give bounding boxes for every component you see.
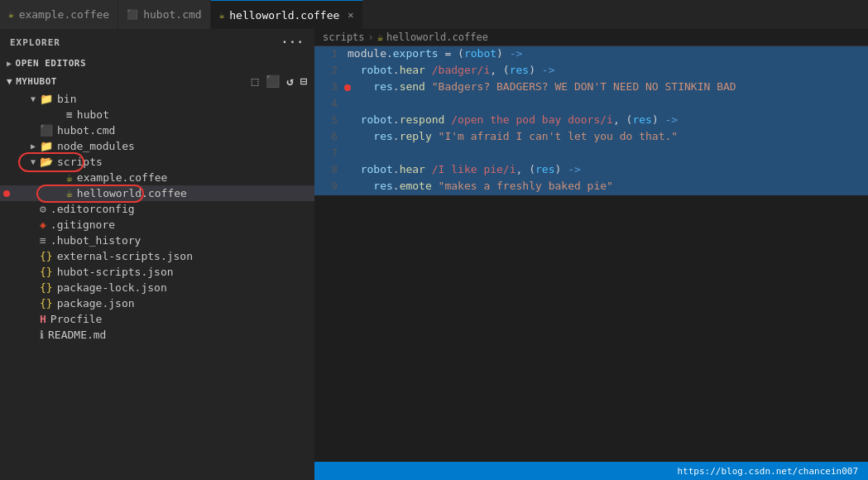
code-editor[interactable]: 1 module.exports = (robot) -> 2 robot.he… [314, 46, 868, 462]
line-number: 5 [314, 113, 348, 129]
code-line-4: 4 [314, 96, 868, 113]
tree-item-helloworld-coffee[interactable]: ☕ helloworld.coffee [0, 185, 314, 201]
main-area: EXPLORER ··· ▶ OPEN EDITORS ▼ MYHUBOT ⬚ … [0, 29, 868, 480]
line-number: 7 [314, 146, 348, 162]
breadcrumb-separator: › [368, 31, 374, 43]
tree-item-label: hubot.cmd [57, 124, 115, 137]
info-icon: ℹ [40, 329, 44, 341]
tree-item-label: scripts [57, 156, 103, 168]
more-actions-icon[interactable]: ··· [281, 36, 305, 49]
json-icon: {} [40, 297, 53, 310]
line-content: robot.hear /badger/i, (res) -> [348, 63, 868, 79]
coffee-icon: ☕ [66, 171, 73, 184]
code-line-7: 7 [314, 146, 868, 162]
tab-example-coffee[interactable]: ☕ example.coffee [0, 0, 118, 29]
tab-bar: ☕ example.coffee ⬛ hubot.cmd ☕ helloworl… [0, 0, 868, 29]
sidebar-header-actions: ··· [281, 36, 305, 49]
line-number: 2 [314, 63, 348, 79]
breadcrumb-scripts[interactable]: scripts [323, 31, 365, 43]
tree-item-example-coffee[interactable]: ☕ example.coffee [0, 170, 314, 185]
coffee-icon: ☕ [66, 187, 73, 199]
breadcrumb-file[interactable]: helloworld.coffee [386, 31, 488, 43]
tree-item-hubot-cmd[interactable]: ⬛ hubot.cmd [0, 122, 314, 138]
sidebar: EXPLORER ··· ▶ OPEN EDITORS ▼ MYHUBOT ⬚ … [0, 29, 314, 480]
tree-item-label: hubot-scripts.json [57, 266, 174, 278]
line-number: 4 [314, 96, 348, 113]
code-line-1: 1 module.exports = (robot) -> [314, 46, 868, 63]
code-line-3: 3 res.send "Badgers? BADGERS? WE DON'T N… [314, 79, 868, 96]
tree-item-label: package.json [57, 297, 135, 310]
explorer-title: EXPLORER [10, 37, 60, 48]
new-folder-icon[interactable]: ⬛ [266, 74, 281, 88]
tree-item-label: .hubot_history [50, 234, 141, 247]
procfile-icon: H [40, 313, 46, 325]
tree-item-label: README.md [48, 329, 106, 341]
tree-item-editorconfig[interactable]: ⚙ .editorconfig [0, 201, 314, 217]
file-icon: ≡ [40, 234, 46, 247]
line-number: 8 [314, 162, 348, 179]
tree-item-gitignore[interactable]: ◈ .gitignore [0, 217, 314, 233]
breadcrumb: scripts › ☕ helloworld.coffee [314, 29, 868, 46]
folder-icon: 📁 [40, 93, 53, 105]
tab-label: example.coffee [19, 8, 110, 21]
tree-item-hubot-history[interactable]: ≡ .hubot_history [0, 233, 314, 248]
coffee-icon: ☕ [8, 9, 14, 20]
line-content: robot.respond /open the pod bay doors/i,… [348, 113, 868, 129]
code-line-2: 2 robot.hear /badger/i, (res) -> [314, 63, 868, 79]
code-line-5: 5 robot.respond /open the pod bay doors/… [314, 113, 868, 129]
code-line-8: 8 robot.hear /I like pie/i, (res) -> [314, 162, 868, 179]
open-editors-label: OPEN EDITORS [16, 58, 86, 69]
line-content: module.exports = (robot) -> [348, 46, 868, 63]
tree-item-hubot-scripts[interactable]: {} hubot-scripts.json [0, 264, 314, 280]
json-icon: {} [40, 266, 53, 278]
sidebar-header: EXPLORER ··· [0, 29, 314, 55]
line-number: 3 [314, 79, 348, 96]
tab-close-button[interactable]: ✕ [348, 9, 353, 21]
refresh-icon[interactable]: ↺ [286, 74, 294, 88]
tree-item-label: external-scripts.json [57, 250, 193, 262]
status-bar: https://blog.csdn.net/chancein007 [314, 462, 868, 480]
myhubot-section-header[interactable]: ▼ MYHUBOT ⬚ ⬛ ↺ ⊟ [0, 71, 314, 91]
tree-item-label: node_modules [57, 140, 135, 152]
tree-item-scripts[interactable]: ▼ 📂 scripts [0, 154, 314, 170]
chevron-right-icon: ▶ [7, 59, 12, 68]
collapse-icon[interactable]: ⊟ [300, 74, 308, 88]
tree-item-bin[interactable]: ▼ 📁 bin [0, 91, 314, 107]
git-icon: ◈ [40, 218, 46, 231]
tab-label: hubot.cmd [143, 8, 201, 21]
tree-item-readme[interactable]: ℹ README.md [0, 327, 314, 343]
new-file-icon[interactable]: ⬚ [252, 74, 259, 88]
tree-item-package[interactable]: {} package.json [0, 295, 314, 311]
file-icon: ≡ [66, 108, 73, 121]
cmd-icon: ⬛ [127, 9, 138, 20]
line-content: robot.hear /I like pie/i, (res) -> [348, 162, 868, 179]
line-content [348, 96, 868, 113]
tree-item-procfile[interactable]: H Procfile [0, 311, 314, 327]
status-url: https://blog.csdn.net/chancein007 [677, 466, 858, 477]
line-content [348, 146, 868, 162]
tree-item-label: Procfile [50, 313, 103, 325]
line-number: 9 [314, 179, 348, 195]
tab-label: helloworld.coffee [229, 9, 339, 22]
code-line-9: 9 res.emote "makes a freshly baked pie" [314, 179, 868, 195]
line-content: res.emote "makes a freshly baked pie" [348, 179, 868, 195]
tree-item-hubot[interactable]: ≡ hubot [0, 107, 314, 122]
tree-item-label: hubot [77, 108, 109, 121]
chevron-down-icon: ▼ [26, 157, 40, 166]
json-icon: {} [40, 281, 53, 294]
tab-hubot-cmd[interactable]: ⬛ hubot.cmd [118, 0, 210, 29]
line-number: 1 [314, 46, 348, 63]
chevron-right-icon: ▶ [26, 142, 40, 151]
tree-item-label: .editorconfig [50, 203, 135, 215]
editor-area: scripts › ☕ helloworld.coffee 1 module.e… [314, 29, 868, 480]
coffee-icon: ☕ [219, 10, 225, 21]
myhubot-label: MYHUBOT [16, 76, 57, 87]
folder-icon: 📁 [40, 140, 53, 152]
tree-item-label: example.coffee [77, 171, 168, 184]
open-editors-section[interactable]: ▶ OPEN EDITORS [0, 55, 314, 71]
tab-helloworld-coffee[interactable]: ☕ helloworld.coffee ✕ [211, 0, 363, 29]
tree-item-external-scripts[interactable]: {} external-scripts.json [0, 248, 314, 264]
tree-item-node-modules[interactable]: ▶ 📁 node_modules [0, 138, 314, 154]
tree-item-package-lock[interactable]: {} package-lock.json [0, 280, 314, 295]
json-icon: {} [40, 250, 53, 262]
